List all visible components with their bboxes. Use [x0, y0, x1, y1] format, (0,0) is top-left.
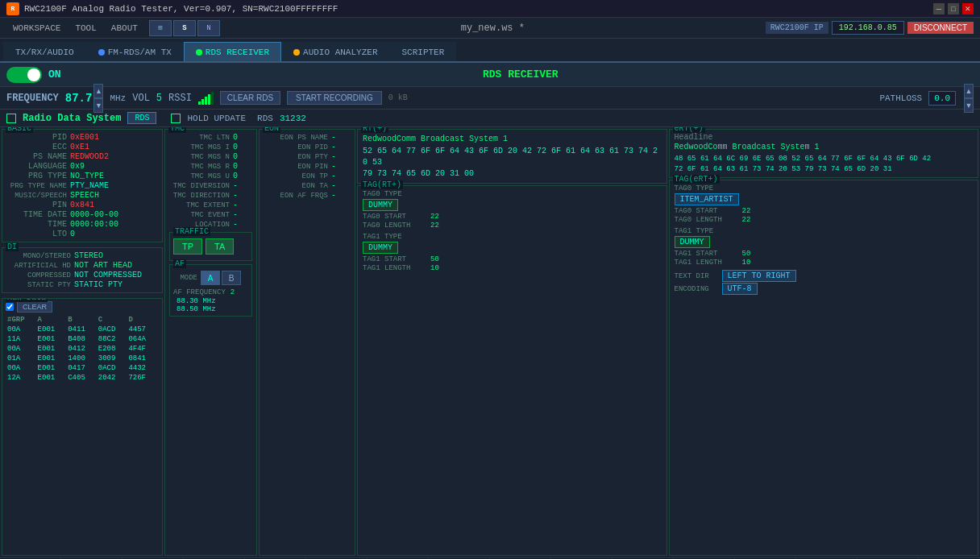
tab-rds-receiver[interactable]: RDS RECEIVER — [184, 42, 281, 61]
hold-checkbox[interactable] — [171, 114, 181, 123]
tag0-start-label: TAG0 START — [363, 213, 427, 221]
eon-af-frqs-label: EON AF FRQS — [264, 192, 328, 200]
tmc-direction-value: - — [233, 191, 238, 200]
freq-up-button[interactable]: ▲ — [93, 84, 103, 98]
eon-ta-label: EON TA — [264, 182, 328, 190]
traffic-section: TRAFFIC TP TA — [169, 232, 252, 261]
rt-column: RT(+) RedwoodComm Broadcast System 1 52 … — [357, 129, 667, 556]
raw-data-scroll[interactable]: #GRP A B C D 00AE00104110ACD445711AE001B… — [6, 314, 159, 383]
tab-audio-analyzer[interactable]: AUDIO ANALYZER — [281, 42, 389, 61]
tab-tx-rx-audio[interactable]: TX/RX/AUDIO — [3, 42, 86, 61]
eon-ps-name-label: EON PS NAME — [264, 134, 328, 142]
af-mode-b-button[interactable]: B — [222, 271, 241, 285]
art-hd-value: NOT ART HEAD — [74, 261, 132, 270]
tmc-column: TMC TMC LTN 0 TMC MGS I 0 TMC MGS N 0 TM… — [164, 129, 257, 556]
tab-fm-rds-am-tx[interactable]: FM-RDS/AM TX — [86, 42, 184, 61]
table-row: 00AE0010412E2084F4F — [7, 345, 157, 353]
on-label: ON — [48, 68, 61, 81]
pathloss-value: 0.0 — [928, 91, 956, 106]
rds-checkbox[interactable] — [6, 114, 16, 123]
music-speech-label: MUSIC/SPEECH — [6, 192, 67, 200]
toolbar-icon-grid[interactable]: ⊞ — [149, 20, 172, 36]
af-freq1: 88.30 MHz — [176, 297, 248, 305]
toolbar-icon-n[interactable]: N — [197, 20, 220, 36]
raw-data-body: 00AE00104110ACD445711AE001B40888C2064A00… — [7, 325, 157, 382]
field-ecc: ECC 0xE1 — [6, 143, 158, 151]
tag1-type-row: TAG1 TYPE — [363, 233, 662, 241]
menu-tool[interactable]: TOOL — [69, 22, 102, 35]
clear-rds-button[interactable]: CLEAR RDS — [220, 91, 280, 105]
prg-type-label: PRG TYPE — [6, 172, 67, 180]
tmc-event-value: - — [233, 210, 238, 219]
frequency-stepper[interactable]: 87.7 ▲ ▼ — [65, 84, 104, 113]
rds-header: Radio Data System RDS HOLD UPDATE RDS 31… — [0, 110, 980, 127]
af-mode-a-button[interactable]: A — [201, 271, 220, 285]
menu-about[interactable]: ABOUT — [105, 22, 144, 35]
rt-hex-line1: 52 65 64 77 6F 6F 64 43 6F 6D 20 42 72 6… — [363, 146, 662, 168]
maximize-button[interactable]: □ — [948, 3, 959, 14]
rt-title: RT(+) — [361, 127, 388, 133]
traffic-tp-button[interactable]: TP — [173, 238, 202, 255]
eon-af-frqs-value: - — [331, 191, 336, 200]
tag0-length-label: TAG0 LENGTH — [363, 222, 427, 230]
pid-value: 0xE001 — [70, 133, 99, 142]
tag-rt-section: TAG(RT+) TAG0 TYPE DUMMY TAG0 START 22 T… — [357, 185, 667, 556]
eon-tp-value: - — [331, 172, 336, 180]
ert-text-dir-label: TEXT DIR — [675, 272, 719, 280]
pathloss-down-button[interactable]: ▼ — [964, 98, 974, 113]
hold-label: HOLD UPDATE — [187, 114, 246, 123]
tag-rt-title: TAG(RT+) — [361, 180, 403, 189]
time-label: TIME — [6, 220, 67, 229]
af-freq-count: 2 — [230, 288, 235, 296]
table-row: 00AE00104170ACD4432 — [7, 364, 157, 372]
ecc-label: ECC — [6, 143, 67, 151]
tab-rds-label: RDS RECEIVER — [206, 48, 269, 57]
rds-receiver-title: RDS RECEIVER — [68, 68, 974, 81]
music-speech-value: SPEECH — [70, 191, 99, 200]
toolbar-icon-s[interactable]: S — [173, 20, 196, 36]
tag-ert-section: TAG(eRT+) TAG0 TYPE ITEM_ARTIST TAG0 STA… — [669, 180, 979, 556]
language-label: LANGUAGE — [6, 162, 67, 171]
field-time: TIME 0000:00:00 — [6, 220, 158, 229]
tmc-mgs-u: TMC MGS U 0 — [169, 172, 252, 180]
rssi-bar-2 — [201, 99, 204, 105]
tmc-mgs-r-value: 0 — [233, 162, 238, 171]
tmc-mgs-u-label: TMC MGS U — [169, 172, 230, 180]
raw-col-grp: #GRP — [7, 316, 36, 324]
basic-section: BASIC PID 0xE001 ECC 0xE1 PS NAME REDWOO… — [2, 129, 163, 242]
raw-data-checkbox[interactable] — [6, 303, 14, 311]
disconnect-button[interactable]: DISCONNECT — [907, 22, 974, 34]
tabbar: TX/RX/AUDIO FM-RDS/AM TX RDS RECEIVER AU… — [0, 39, 980, 63]
pathloss-up-button[interactable]: ▲ — [964, 84, 974, 98]
ert-title: eRT(+) — [673, 127, 705, 133]
raw-clear-button[interactable]: CLEAR — [17, 301, 52, 313]
ps-name-value: REDWOOD2 — [70, 152, 109, 161]
field-pin: PIN 0x841 — [6, 201, 158, 209]
start-recording-button[interactable]: START RECORDING — [287, 91, 382, 105]
connection-ip: 192.168.0.85 — [832, 21, 904, 35]
di-compressed: COMPRESSED NOT COMPRESSED — [6, 271, 158, 280]
tag1-length-value: 10 — [430, 264, 439, 272]
tab-scripter[interactable]: SCRIPTER — [389, 42, 456, 61]
tab-tx-rx-audio-label: TX/RX/AUDIO — [15, 48, 74, 57]
af-title: AF — [173, 259, 186, 268]
eon-ps-name: EON PS NAME - — [264, 133, 351, 142]
minimize-button[interactable]: ─ — [933, 3, 945, 14]
frequency-bar: FREQUENCY 87.7 ▲ ▼ MHz VOL 5 RSSI CLEAR … — [0, 87, 980, 110]
menu-workspace[interactable]: WORKSPACE — [6, 22, 67, 35]
mono-stereo-label: MONO/STEREO — [6, 252, 71, 260]
eon-pin-label: EON PIN — [264, 163, 328, 171]
ert-section: eRT(+) Headline RedwoodComm Broadcast Sy… — [669, 129, 979, 178]
di-static-pty: STATIC PTY STATIC PTY — [6, 280, 158, 289]
power-toggle[interactable] — [6, 67, 42, 83]
tag0-length-row: TAG0 LENGTH 22 — [363, 222, 662, 230]
app-title: my_new.ws * — [222, 23, 764, 34]
close-button[interactable]: ✕ — [962, 3, 974, 14]
eon-pid-label: EON PID — [264, 143, 328, 151]
eon-ps-name-value: - — [331, 133, 336, 142]
freq-down-button[interactable]: ▼ — [93, 98, 103, 113]
freq-label: FREQUENCY — [6, 93, 59, 104]
tag-ert-title: TAG(eRT+) — [673, 175, 720, 184]
compressed-label: COMPRESSED — [6, 271, 71, 280]
traffic-ta-button[interactable]: TA — [206, 238, 234, 255]
